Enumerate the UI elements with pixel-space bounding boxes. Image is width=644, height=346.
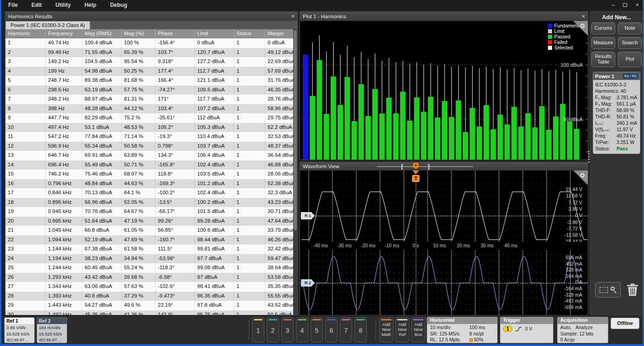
- acquisition-settings-badge[interactable]: Acquisition Auto, AnalyzeSample: 12 bits…: [557, 317, 608, 343]
- trigger-arrow-icon: [413, 170, 419, 175]
- zoom-select-button[interactable]: [595, 282, 621, 298]
- table-row[interactable]: 301.492 kHz45.35 dBuA41.36 %142.9°95.75 …: [5, 310, 297, 315]
- close-icon[interactable]: ×: [581, 12, 585, 21]
- table-row[interactable]: 5248.7 Hz89.38 dBuA81.68 %166.4°121.1 dB…: [5, 76, 297, 85]
- plot-button[interactable]: Plot: [618, 52, 642, 67]
- ref1-channel-badge[interactable]: Ref 1 3.86 V/div15.625 kS/sIEC49.87...: [4, 317, 35, 343]
- table-row[interactable]: 4199 Hz54.98 dBuA50.25 %177.4°112.7 dBuA…: [5, 67, 297, 76]
- search-button[interactable]: Search: [618, 37, 642, 49]
- power1-measurement-badge[interactable]: Power 1 R1 / R2 IEC 61000-3-2 Harmonics:…: [593, 72, 640, 154]
- table-row[interactable]: 231.144 kHz67.38 dBuA61.58 %111.5°99.81 …: [5, 245, 297, 254]
- results-table-button[interactable]: Results Table: [591, 52, 615, 67]
- table-cell: -100.2°: [156, 188, 195, 198]
- measure-button[interactable]: Measure: [591, 37, 615, 49]
- table-row[interactable]: 9447.7 Hz82.29 dBuA75.2 %-35.61°112 dBuA…: [5, 113, 297, 123]
- table-row[interactable]: 180.895 kHz56.96 dBuA52.05 %-13.5°100.2 …: [5, 198, 297, 208]
- table-row[interactable]: 221.094 kHz52.19 dBuA47.69 %-160.7°98.44…: [5, 235, 297, 245]
- table-row[interactable]: 8398 Hz48.28 dBuA44.12 %103.4°107.2 dBuA…: [5, 104, 297, 114]
- voltage-graticule[interactable]: 15.44 V11.58 V7.72 V3.86 V0 V-3.86 V-7.7…: [300, 170, 588, 242]
- add-new-bus-button[interactable]: Add New Bus: [411, 317, 425, 342]
- channel-2-button[interactable]: 2: [267, 317, 279, 342]
- menu-help[interactable]: Help: [78, 0, 103, 10]
- ref2-channel-badge[interactable]: Ref 2 164 mA/div15.625 kS/sIEC49.87...: [37, 317, 67, 343]
- table-row[interactable]: 149.74 Hz109.4 dBuA100 %-156.4°0 dBuA10 …: [5, 38, 297, 48]
- table-cell: 61.58 %: [122, 245, 156, 254]
- zoom-nav-line[interactable]: [377, 166, 473, 167]
- table-row[interactable]: 261.293 kHz43.42 dBuA39.68 %-6.58°97 dBu…: [5, 273, 297, 282]
- offline-button[interactable]: Offline: [611, 318, 639, 329]
- menu-edit[interactable]: Edit: [25, 0, 49, 10]
- table-row[interactable]: 14696.4 Hz55.49 dBuA50.71 %-165.8°102.4 …: [5, 160, 297, 170]
- table-cell: 43.23 dBuA: [265, 198, 294, 208]
- trigger-title: Trigger: [500, 317, 553, 324]
- table-cell: 103.7 dBuA: [195, 142, 234, 151]
- table-row[interactable]: 7348.2 Hz88.97 dBuA81.31 %171°117.7 dBuA…: [5, 95, 297, 104]
- table-cell: 66.8 dBuA: [82, 226, 122, 235]
- menu-utility[interactable]: Utility: [48, 0, 77, 10]
- table-row[interactable]: 11547.2 Hz77.84 dBuA71.14 %-19.3°110.4 d…: [5, 132, 297, 142]
- table-cell: 77.84 dBuA: [82, 132, 122, 142]
- cursors-button[interactable]: Cursors: [591, 22, 615, 34]
- minimize-button[interactable]: –: [612, 0, 615, 10]
- table-row[interactable]: 200.995 kHz51.64 dBuA47.19 %99.26°99.28 …: [5, 217, 297, 226]
- channel-1-button[interactable]: 1: [252, 317, 264, 342]
- add-new-ref-button[interactable]: Add New Ref: [395, 317, 409, 342]
- table-row[interactable]: 6298.5 Hz63.19 dBuA57.75 %-74.27°109.5 d…: [5, 85, 297, 95]
- horizontal-right-col: 100 ms8 ns/pt50%: [469, 325, 485, 343]
- table-cell: 12: [5, 142, 46, 151]
- menu-file[interactable]: File: [1, 0, 25, 10]
- nav-bracket-left[interactable]: [: [401, 163, 403, 170]
- tab-power1[interactable]: Power 1 (IEC 61000-3-2 Class A): [5, 21, 90, 29]
- table-cell: 0.796 kHz: [46, 179, 82, 189]
- current-graticule[interactable]: 656 mA492 mA328 mA164 mA0 A-164 mA-328 m…: [300, 250, 588, 315]
- table-scrollbar[interactable]: [293, 29, 297, 315]
- channel-4-button[interactable]: 4: [296, 317, 308, 342]
- table-row[interactable]: 299.49 Hz71.55 dBuA65.39 %103.7°120.7 dB…: [5, 48, 297, 58]
- button-color-stripe: [381, 319, 392, 320]
- table-cell: 1: [234, 263, 265, 273]
- table-cell: -160.7°: [156, 235, 195, 245]
- table-cell: 60.45 dBuA: [82, 263, 122, 273]
- nav-trigger-marker[interactable]: T: [413, 163, 419, 169]
- channel-5-button[interactable]: 5: [311, 317, 323, 342]
- horizontal-settings-badge[interactable]: Horizontal 10 ms/divSR: 125 MS/sRL: 12.5…: [427, 317, 498, 343]
- table-row[interactable]: 12596.9 Hz55.34 dBuA50.58 %0.798°103.7 d…: [5, 142, 297, 151]
- table-cell: 99.49 Hz: [46, 48, 82, 58]
- table-row[interactable]: 190.945 kHz70.76 dBuA64.67 %-66.17°101.5…: [5, 207, 297, 217]
- restore-button[interactable]: [623, 0, 627, 10]
- table-row[interactable]: 291.443 kHz54.27 dBuA49.6 %22.19°97.8 dB…: [5, 301, 297, 310]
- menu-debug[interactable]: Debug: [103, 0, 134, 10]
- table-row[interactable]: 15746.2 Hz75.46 dBuA68.97 %118.8°103.5 d…: [5, 170, 297, 179]
- add-new-math-button[interactable]: Add New Math: [379, 317, 393, 342]
- channel-3-button[interactable]: 3: [281, 317, 294, 342]
- table-row[interactable]: 10497.4 Hz53.1 dBuA48.53 %105.2°105.3 dB…: [5, 123, 297, 133]
- time-tick-label: 10 ms: [429, 243, 450, 248]
- waveform-graticule-area[interactable]: 15.44 V11.58 V7.72 V3.86 V0 V-3.86 V-7.7…: [300, 170, 588, 315]
- channel-8-button[interactable]: 8: [354, 317, 367, 342]
- trigger-marker[interactable]: T: [412, 170, 420, 182]
- table-row[interactable]: 211.045 kHz66.8 dBuA61.05 %56.85°100.6 d…: [5, 226, 297, 235]
- table-row[interactable]: 170.846 kHz70.13 dBuA64.1 %-100.2°102.4 …: [5, 188, 297, 198]
- nav-bracket-right[interactable]: ]: [428, 163, 429, 170]
- channel-7-button[interactable]: 7: [340, 317, 352, 342]
- table-row[interactable]: 281.393 kHz40.8 dBuA37.29 %-9.473°96.35 …: [5, 292, 297, 301]
- panel-splitter[interactable]: [588, 151, 590, 163]
- acquisition-line: Sample: 12 bits: [560, 331, 605, 337]
- trash-icon[interactable]: [627, 283, 638, 296]
- table-row[interactable]: 160.796 kHz48.84 dBuA44.63 %-169.3°101.2…: [5, 179, 297, 189]
- scrollbar-thumb[interactable]: [294, 30, 297, 230]
- note-button[interactable]: Note: [618, 22, 642, 34]
- table-row[interactable]: 3149.2 Hz104.5 dBuA95.54 %9.318°127.2 dB…: [5, 57, 297, 67]
- channel-color-stripe: [298, 319, 306, 320]
- table-row[interactable]: 241.194 kHz38.23 dBuA34.94 %-53.98°97.7 …: [5, 254, 297, 264]
- close-icon[interactable]: ×: [291, 12, 295, 21]
- ref2-badge-info: 164 mA/div15.625 kS/sIEC49.87...: [37, 324, 67, 343]
- channel-6-button[interactable]: 6: [325, 317, 338, 342]
- trigger-settings-badge[interactable]: Trigger 1 0 V: [500, 317, 553, 343]
- expansion-point-icon: [469, 338, 473, 342]
- table-row[interactable]: 251.244 kHz60.45 dBuA55.24 %-118.3°99.08…: [5, 263, 297, 273]
- table-row[interactable]: 271.343 kHz63.06 dBuA57.63 %-102.6°98.41…: [5, 282, 297, 292]
- table-row[interactable]: 13646.7 Hz69.91 dBuA63.89 %134.3°106.4 d…: [5, 151, 297, 160]
- harmonics-bar-chart[interactable]: 100 dBuA50 dBuA FundamentalLimitPassedFa…: [300, 21, 588, 160]
- close-button[interactable]: ×: [635, 0, 639, 10]
